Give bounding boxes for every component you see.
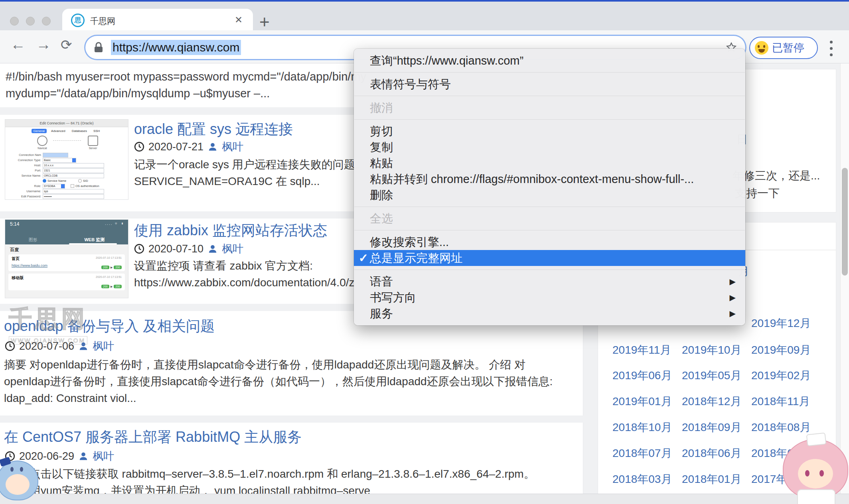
post-meta: 2020-07-06 枫叶 [5,339,114,353]
context-menu-item[interactable]: ✓总是显示完整网址 [354,250,745,266]
text-line: 摘要 对openldap进行备份时，直接使用slapcat命令进行备份，使用ld… [4,356,553,373]
navicat-fields: Connection NamConnection Type:BasicHost:… [5,152,128,199]
archive-month-link[interactable]: 2017年 [751,472,787,487]
author-link[interactable]: 枫叶 [222,140,243,154]
clock-icon [5,451,15,461]
text-line: mydump="/data/app/bin/mysqldump –u$myuse… [6,85,366,102]
archive-month-link[interactable]: 2018年09月 [682,420,741,435]
clock-icon [5,341,15,351]
post-title-link[interactable]: openldap 备份与导入 及相关问题 [4,317,215,336]
submenu-arrow-icon: ▶ [730,289,736,305]
author-icon [78,341,89,351]
zabbix-row: 首页2020-07-10 17:13:51https://www.baidu.c… [8,254,125,271]
text-line: 应用 点击以下链接获取 rabbitmq–server–3.8.5–1.el7.… [4,466,535,482]
menu-item-label: 复制 [370,141,393,154]
post-title-link[interactable]: 使用 zabbix 监控网站存活状态 [134,221,327,240]
text-line: #!/bin/bash myuser=root mypass=password … [6,68,366,85]
navicat-tab: General [32,129,47,133]
site-favicon-icon: 思 [71,14,85,27]
zabbix-app-header: 5:14 .... ᯤ ▮ 图形 WEB 监测 [5,220,128,244]
menu-separator [354,207,745,207]
menu-separator [354,270,745,270]
text-line: openldap进行备份时，直接使用slapcat命令进行备份（如代码一），然后… [4,373,553,390]
post-meta: 2020-07-10 枫叶 [134,242,243,256]
new-tab-button[interactable]: + [259,12,270,32]
window-minimize-button[interactable] [26,17,35,26]
browser-menu-icon[interactable] [830,41,833,60]
submenu-arrow-icon: ▶ [730,305,736,321]
archive-month-link[interactable]: 2018年11月 [751,394,810,409]
forward-icon[interactable]: → [36,36,51,53]
post-card-rabbitmq: 在 CentOS7 服务器上部署 RabbitMQ 主从服务 2020-06-2… [0,423,583,504]
context-menu-item[interactable]: 查询“https://www.qiansw.com” [354,53,745,69]
archive-month-link[interactable]: 2018年06月 [682,446,741,461]
menu-separator [354,96,745,96]
context-menu-item[interactable]: 修改搜索引擎... [354,234,745,250]
author-icon [78,451,89,461]
url-text-selected: https://www.qiansw.com [111,40,241,55]
author-link[interactable]: 枫叶 [93,339,114,353]
archive-month-link[interactable]: 2018年05月 [751,446,811,461]
archive-month-link[interactable]: 2018年07月 [612,446,672,461]
text-line: 设置监控项 请查看 zabbix 官方文档: [134,258,355,274]
archive-month-link[interactable]: 2018年10月 [612,420,672,435]
archive-month-link[interactable]: 2018年01月 [682,472,741,487]
navicat-tab: SSH [91,129,102,133]
archive-month-link[interactable]: 2019年10月 [682,343,741,358]
post-title-link[interactable]: oracle 配置 sys 远程连接 [134,120,293,139]
context-menu-item[interactable]: 粘贴并转到 chrome://flags/#omnibox-context-me… [354,171,745,187]
menu-item-label: 撤消 [370,101,393,114]
clock-icon [134,244,144,254]
reload-icon[interactable]: ⟳ [61,37,72,53]
post-excerpt: 设置监控项 请查看 zabbix 官方文档:https://www.zabbix… [134,258,355,291]
tab-title: 千思网 [90,16,115,27]
context-menu-item[interactable]: 表情符号与符号 [354,76,745,92]
context-menu-item[interactable]: 语音▶ [354,274,745,289]
archive-month-link[interactable]: 2019年06月 [612,368,672,383]
archive-month-link[interactable]: 2019年01月 [612,394,672,409]
menu-item-label: 删除 [370,189,393,201]
context-menu-item[interactable]: 书写方向▶ [354,289,745,305]
archive-month-link[interactable]: 2019年11月 [612,343,671,358]
emoji-face-icon [755,41,768,55]
menu-item-label: 表情符号与符号 [370,78,451,91]
author-icon [207,244,218,254]
author-link[interactable]: 枫叶 [222,242,243,256]
post-thumbnail-navicat[interactable]: Edit Connection — 84.71 (Oracle) General… [5,119,128,200]
archive-month-link[interactable]: 2018年08月 [751,420,811,435]
back-icon[interactable]: ← [10,36,26,53]
browser-tab[interactable]: 思 千思网 ✕ [62,9,253,32]
scrollbar-thumb[interactable] [842,168,848,276]
archive-month-link[interactable]: 2019年02月 [751,368,811,383]
window-zoom-button[interactable] [42,17,51,26]
paused-badge-label: 已暂停 [772,41,804,55]
window-close-button[interactable] [10,17,19,26]
context-menu-item[interactable]: 复制 [354,139,745,155]
author-link[interactable]: 枫叶 [93,449,114,463]
archive-month-link[interactable]: 2018年03月 [612,472,672,487]
menu-item-label: 粘贴并转到 chrome://flags/#omnibox-context-me… [370,173,694,185]
archive-month-link[interactable]: 2019年09月 [751,343,811,358]
text-line: 记录一个oracle sys 用户远程连接失败的问题。 o [134,156,375,173]
zabbix-monitor-rows: 首页2020-07-10 17:13:51https://www.baidu.c… [5,254,128,290]
context-menu-item: 撤消 [354,100,745,116]
archive-month-link[interactable]: 2018年12月 [682,394,741,409]
archive-month-link[interactable]: 2019年05月 [682,368,741,383]
context-menu-item[interactable]: 粘贴 [354,155,745,171]
browser-window: 思 千思网 ✕ + ← → ⟳ https://www.qiansw.com 已… [0,0,849,504]
context-menu-item[interactable]: 删除 [354,187,745,203]
wifi-battery-icons: .... ᯤ ▮ [105,221,124,226]
archive-month-link[interactable]: 2019年12月 [751,316,811,331]
sidebar-text-fragment[interactable]: 年修三次，还是... [733,168,820,183]
bottom-strip [0,494,849,504]
post-title-link[interactable]: 在 CentOS7 服务器上部署 RabbitMQ 主从服务 [4,427,302,447]
context-menu-item[interactable]: 服务▶ [354,305,745,321]
post-thumbnail-zabbix[interactable]: 5:14 .... ᯤ ▮ 图形 WEB 监测 百度 首页2020-07-10 … [5,219,128,298]
paused-extension-badge[interactable]: 已暂停 [749,37,818,59]
post-excerpt: 摘要 对openldap进行备份时，直接使用slapcat命令进行备份，使用ld… [4,356,553,407]
context-menu-item[interactable]: 剪切 [354,123,745,139]
tab-close-icon[interactable]: ✕ [235,14,243,26]
navicat-tab: Advanced [49,129,67,133]
menu-item-label: 语音 [370,275,393,288]
menu-item-label: 粘贴 [370,157,393,169]
